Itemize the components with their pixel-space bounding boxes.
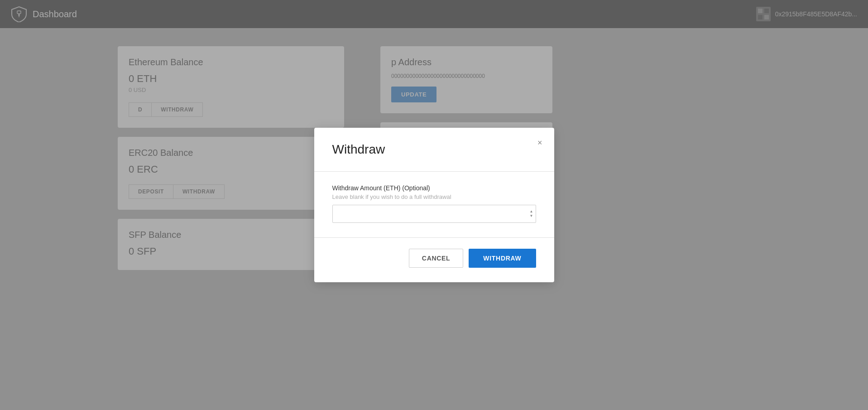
withdraw-button[interactable]: WITHDRAW <box>469 249 536 268</box>
withdraw-amount-input[interactable] <box>332 205 536 223</box>
withdraw-amount-hint: Leave blank if you wish to do a full wit… <box>332 193 536 200</box>
modal-title: Withdraw <box>332 142 536 157</box>
withdraw-amount-field-wrapper: ▲ ▼ <box>332 205 536 223</box>
modal-close-button[interactable]: × <box>535 137 545 149</box>
spinner-up-icon[interactable]: ▲ <box>530 210 533 213</box>
withdraw-modal: × Withdraw Withdraw Amount (ETH) (Option… <box>314 128 554 282</box>
modal-overlay: × Withdraw Withdraw Amount (ETH) (Option… <box>0 0 868 410</box>
amount-spinner: ▲ ▼ <box>530 210 533 218</box>
modal-divider-bottom <box>314 237 554 238</box>
withdraw-amount-label: Withdraw Amount (ETH) (Optional) <box>332 184 536 192</box>
spinner-down-icon[interactable]: ▼ <box>530 214 533 218</box>
cancel-button[interactable]: CANCEL <box>409 249 464 268</box>
modal-actions: CANCEL WITHDRAW <box>332 249 536 268</box>
modal-divider-top <box>314 171 554 172</box>
